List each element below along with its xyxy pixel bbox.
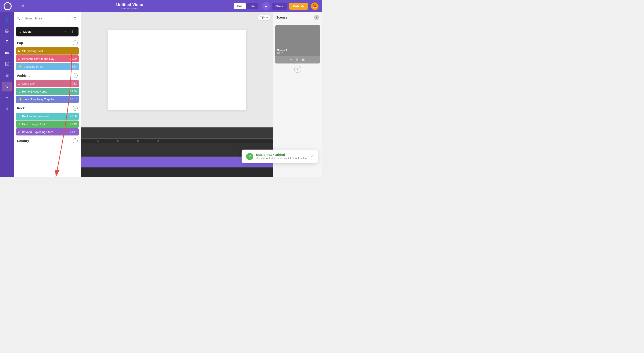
music-note-icon: ♫ xyxy=(18,130,20,134)
scene-thumbnail: □ xyxy=(275,25,320,47)
country-add-button[interactable]: + xyxy=(73,138,78,143)
pop-add-button[interactable]: + xyxy=(73,40,78,45)
music-note-icon: ♫ xyxy=(18,114,20,118)
ruler-6s: 6s xyxy=(137,139,139,142)
dots-grid-icon: ⋮⋮ xyxy=(3,167,11,172)
music-panel: 🔍 ⚙ ♫ Music 〰 ⬆ Pop + ▶ Storytelling Fas… xyxy=(14,12,81,177)
track-name: Storytelling Fast xyxy=(22,49,77,53)
sidebar-item-grid[interactable]: ⊞ xyxy=(2,70,12,80)
user-avatar[interactable]: 🦊 xyxy=(311,2,318,10)
track-duration: 03:24 xyxy=(70,65,77,68)
track-beyond-exploding-stars[interactable]: ♫ Beyond Exploding Stars 03:57 xyxy=(16,128,79,135)
share-button[interactable]: Share xyxy=(272,3,287,9)
music-tab-label[interactable]: Music xyxy=(23,30,60,33)
track-believing-in-you[interactable]: ✨ Believing In You 03:24 xyxy=(16,63,79,70)
preview-play-button[interactable]: ▶ xyxy=(262,2,270,10)
track-duration: 00:30 xyxy=(70,115,77,118)
track-name: Home Sweet Home xyxy=(22,90,70,93)
track-rock-new-way[interactable]: ♫ Rock in the new way 00:30 xyxy=(16,113,79,120)
music-icon: ♫ xyxy=(6,84,8,88)
scenes-title: Scenes xyxy=(276,16,287,19)
scene-time: 00:10 xyxy=(277,52,318,54)
sidebar-item-text[interactable]: T xyxy=(2,37,12,47)
playing-icon: ▶ xyxy=(18,49,20,53)
sidebar-item-image[interactable]: 🖼 xyxy=(2,59,12,69)
track-duration: 00:32 xyxy=(70,82,77,85)
scene-delete-button[interactable]: 🗑 xyxy=(302,58,305,62)
ruler-5s: 5s xyxy=(117,139,119,142)
canvas-container: + xyxy=(108,30,246,110)
rock-category-header: Rock + xyxy=(14,103,81,112)
music-note-icon: ♫ xyxy=(18,57,20,61)
track-high-energy-rock[interactable]: ♫ High Energy Rock 00:49 xyxy=(16,120,79,128)
full-view-button[interactable]: Full xyxy=(234,3,246,9)
track-name: Peaceful Start to the Day xyxy=(22,57,70,61)
track-name: Believing In You xyxy=(24,65,70,68)
coffee-icon: ☕ xyxy=(4,28,10,33)
effects-icon: ✦ xyxy=(5,95,9,100)
app-logo: 📹 xyxy=(4,2,12,10)
upload-music-icon[interactable]: ⬆ xyxy=(70,28,76,35)
track-duration: 03:06 xyxy=(70,90,77,93)
scene-duplicate-button[interactable]: ⧉ xyxy=(296,58,298,62)
music-note-icon: ♫ xyxy=(18,122,20,126)
search-bar: 🔍 ⚙ xyxy=(14,12,81,25)
track-name: Rock in the new way xyxy=(22,115,70,118)
text-icon: T xyxy=(6,40,8,44)
sidebar-item-upload[interactable]: ⬆ xyxy=(2,104,12,114)
publish-button[interactable]: Publish xyxy=(289,3,308,9)
add-scene-button[interactable]: + xyxy=(294,66,301,73)
image-icon: 🖼 xyxy=(5,62,9,67)
ambient-add-button[interactable]: + xyxy=(73,73,78,78)
sidebar-item-dots[interactable]: ⋮⋮ xyxy=(2,165,12,174)
rock-add-button[interactable]: + xyxy=(73,106,78,111)
music-note-icon: ♫ xyxy=(18,82,20,85)
scenes-close-button[interactable]: ✕ xyxy=(314,15,319,20)
upload-icon: ⬆ xyxy=(5,106,9,111)
logo-inner: 📹 xyxy=(4,3,11,9)
scene-empty-icon: □ xyxy=(295,31,300,41)
track-storytelling-fast[interactable]: ▶ Storytelling Fast xyxy=(16,47,79,54)
lite-view-button[interactable]: Lite xyxy=(246,3,258,9)
canvas-add-icon[interactable]: + xyxy=(175,67,178,73)
toast-close-button[interactable]: ✕ xyxy=(310,154,313,158)
sidebar-item-coffee[interactable]: ☕ xyxy=(2,26,12,35)
track-name: Let's Run Away Together xyxy=(24,98,70,101)
music-note-icon: ♫ xyxy=(19,29,22,33)
zoom-chevron-icon: ▾ xyxy=(266,16,268,19)
search-input[interactable] xyxy=(22,15,70,22)
zoom-control[interactable]: 73% ▾ xyxy=(258,15,270,20)
country-category-header: Country + xyxy=(14,136,81,145)
waveform-icon[interactable]: 〰 xyxy=(62,28,68,35)
sidebar-item-effects[interactable]: ✦ xyxy=(2,93,12,103)
app-header: 📹 ← ⧉ Untitled Video Last edit saved Ful… xyxy=(0,0,322,12)
track-duration: 02:57 xyxy=(70,98,77,101)
ruler-7s: 7s xyxy=(157,139,160,142)
scene-actions: + ⧉ 🗑 xyxy=(275,56,320,63)
rock-label: Rock xyxy=(17,106,24,110)
sidebar-item-user[interactable]: 👤 xyxy=(2,14,12,24)
title-area: Untitled Video Last edit saved xyxy=(26,2,234,10)
back-button[interactable]: ← xyxy=(14,2,20,10)
sidebar-item-music[interactable]: ♫ xyxy=(2,82,12,91)
music-sparkle-icon: ✨ xyxy=(18,97,22,101)
track-good-day[interactable]: ♫ Good day 00:32 xyxy=(16,80,79,87)
track-duration: 00:29 xyxy=(70,57,77,60)
pop-category-header: Pop + xyxy=(14,38,81,47)
music-note-icon: ♫ xyxy=(18,90,20,93)
filter-button[interactable]: ⚙ xyxy=(72,15,78,22)
toast-content: Music track added You can edit the music… xyxy=(256,153,307,160)
duplicate-button[interactable]: ⧉ xyxy=(20,2,26,10)
track-lets-run-away-together[interactable]: ✨ Let's Run Away Together 02:57 xyxy=(16,96,79,103)
track-name: Beyond Exploding Stars xyxy=(22,130,70,134)
track-home-sweet-home[interactable]: ♫ Home Sweet Home 03:06 xyxy=(16,88,79,95)
ruler-4s: 4s xyxy=(97,139,99,142)
sidebar-item-bg[interactable]: BG xyxy=(2,48,12,58)
pop-label: Pop xyxy=(17,41,23,45)
zoom-level: 73% xyxy=(260,16,266,19)
scene-add-button[interactable]: + xyxy=(290,58,292,62)
track-peaceful-start[interactable]: ♫ Peaceful Start to the Day 00:29 xyxy=(16,55,79,62)
music-sparkle-icon: ✨ xyxy=(18,65,22,68)
scene-card-1[interactable]: □ Scene 1 00:10 + ⧉ 🗑 xyxy=(275,25,320,63)
music-tabs: ♫ Music 〰 ⬆ xyxy=(16,26,78,36)
